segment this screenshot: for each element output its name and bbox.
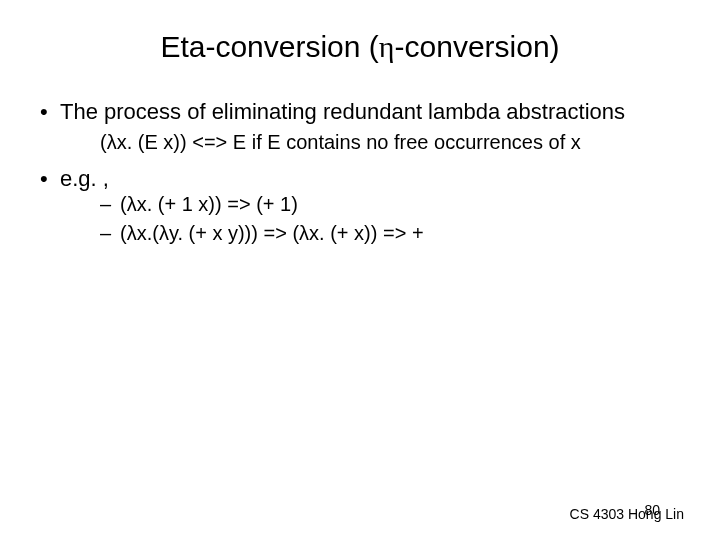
bullet-1: The process of eliminating redundant lam… [36,98,684,155]
title-pre: Eta-conversion ( [160,30,378,63]
title-post: -conversion) [395,30,560,63]
bullet-2-text: e.g. , [60,166,109,191]
slide-title: Eta-conversion (η-conversion) [36,30,684,64]
slide: Eta-conversion (η-conversion) The proces… [0,0,720,540]
bullet-1-text: The process of eliminating redundant lam… [60,99,625,124]
bullet-1-sub: (λx. (E x)) <=> E if E contains no free … [60,130,684,155]
bullet-2-sublist: (λx. (+ 1 x)) => (+ 1) (λx.(λy. (+ x y))… [60,192,684,246]
eta-symbol: η [379,30,395,63]
footer-text: CS 4303 Hong Lin [570,506,684,522]
slide-body: The process of eliminating redundant lam… [36,98,684,246]
bullet-list: The process of eliminating redundant lam… [36,98,684,246]
bullet-2-sub1: (λx. (+ 1 x)) => (+ 1) [100,192,684,217]
bullet-2: e.g. , (λx. (+ 1 x)) => (+ 1) (λx.(λy. (… [36,165,684,247]
bullet-2-sub2: (λx.(λy. (+ x y))) => (λx. (+ x)) => + [100,221,684,246]
